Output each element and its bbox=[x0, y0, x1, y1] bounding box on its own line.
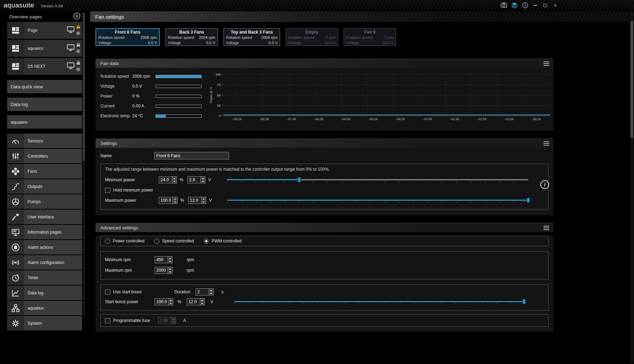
sidebar-item-system[interactable]: System bbox=[7, 316, 82, 330]
slider-thumb[interactable] bbox=[297, 177, 301, 182]
sidebar-scrollbar-thumb[interactable] bbox=[83, 13, 85, 161]
radio-speed-controlled[interactable]: Speed controlled bbox=[154, 239, 194, 244]
screenshot-camera-icon[interactable] bbox=[500, 1, 508, 10]
sidebar-section-data-log[interactable]: Data log bbox=[7, 98, 82, 111]
spinner-arrows[interactable] bbox=[200, 299, 204, 305]
sidebar-item-alarm-configuration[interactable]: Alarm configuration bbox=[7, 255, 82, 270]
main-scrollbar-thumb[interactable] bbox=[630, 21, 633, 138]
radio-label[interactable]: Power controlled bbox=[113, 239, 144, 243]
sidebar-page-aquaero[interactable]: aquaero bbox=[7, 40, 82, 57]
sidebar-item-aquabus[interactable]: aquabus bbox=[7, 301, 82, 315]
panel-title: Fan data bbox=[100, 61, 118, 66]
start-boost-power-spinner[interactable]: 100.0 bbox=[155, 298, 173, 305]
spinner-arrows[interactable] bbox=[201, 197, 206, 204]
start-boost-slider[interactable] bbox=[234, 298, 524, 305]
page-gear-icon[interactable] bbox=[76, 67, 81, 73]
sidebar-item-pumps[interactable]: Pumps bbox=[7, 194, 82, 209]
monitor-icon[interactable] bbox=[66, 44, 75, 53]
fan-card-empty[interactable]: Empty Rotation speed0 rpm Voltage12.0 V bbox=[286, 28, 338, 46]
advanced-settings-panel-header: Advanced settings bbox=[95, 223, 553, 232]
fan-card-front-6-fans[interactable]: Front 6 Fans Rotation speed2008 rpm Volt… bbox=[95, 28, 160, 46]
layers-icon[interactable] bbox=[510, 1, 519, 10]
maximize-button[interactable] bbox=[541, 1, 549, 9]
spinner-arrows[interactable] bbox=[168, 299, 173, 305]
spinner-arrows[interactable] bbox=[209, 289, 213, 295]
sidebar-section-aquaero[interactable]: aquaero bbox=[7, 115, 82, 129]
minimum-rpm-row: Minimum rpm 450 rpm bbox=[105, 254, 544, 265]
sidebar-item-user-interface[interactable]: User interface bbox=[7, 210, 82, 224]
radio-label[interactable]: Speed controlled bbox=[162, 239, 194, 243]
fan-card-back-3-fans[interactable]: Back 3 Fans Rotation speed2024 rpm Volta… bbox=[165, 28, 218, 46]
fan-name-input[interactable] bbox=[154, 152, 229, 159]
main-scrollbar[interactable] bbox=[630, 12, 633, 363]
sidebar-item-data-log[interactable]: Data log bbox=[7, 286, 82, 300]
sidebar-item-alarm-actions[interactable]: Alarm actions bbox=[7, 240, 82, 254]
monitor-icon[interactable] bbox=[66, 62, 75, 71]
radio-circle-icon[interactable] bbox=[105, 239, 110, 244]
fan-card-fan-9[interactable]: Fan 9 Rotation speed0 rpm Voltage12.0 V bbox=[344, 28, 396, 46]
info-button[interactable]: i bbox=[540, 180, 549, 189]
maximum-power-volts-spinner[interactable]: 12.0 bbox=[188, 197, 206, 204]
radio-power-controlled[interactable]: Power controlled bbox=[105, 239, 144, 244]
settings-body: Name The adjusted range between minimum … bbox=[95, 148, 553, 215]
sidebar-page-page[interactable]: Page bbox=[7, 22, 82, 39]
maximum-power-slider[interactable] bbox=[227, 197, 528, 204]
use-start-boost-checkbox[interactable] bbox=[105, 289, 110, 295]
start-boost-voltage-spinner[interactable]: 12.0 bbox=[187, 298, 205, 305]
sidebar-item-outputs[interactable]: Outputs bbox=[7, 179, 82, 194]
programmable-fuse-label[interactable]: Programmable fuse bbox=[113, 318, 150, 323]
minimum-power-slider[interactable] bbox=[227, 176, 528, 183]
sidebar-item-timer[interactable]: Timer bbox=[7, 270, 82, 285]
panel-menu-icon[interactable] bbox=[543, 61, 549, 66]
fan-card-row-label: Rotation speed bbox=[346, 35, 372, 40]
minimum-power-volts-spinner[interactable]: 2.9 bbox=[187, 176, 205, 183]
sidebar-page-d5next[interactable]: D5 NEXT bbox=[7, 58, 82, 75]
programmable-fuse-checkbox[interactable] bbox=[105, 318, 110, 323]
add-page-button[interactable] bbox=[73, 12, 81, 21]
radio-circle-icon[interactable] bbox=[204, 239, 209, 244]
page-gear-icon[interactable] bbox=[76, 49, 81, 55]
maximum-rpm-spinner[interactable]: 2000 bbox=[155, 267, 173, 274]
fan-data-stats: Rotation speed 2008 rpm Voltage 0.0 V Po… bbox=[100, 71, 207, 128]
spinner-arrows[interactable] bbox=[168, 267, 172, 274]
slider-thumb[interactable] bbox=[527, 198, 530, 203]
monitor-icon[interactable] bbox=[66, 26, 75, 35]
lock-icon[interactable] bbox=[76, 42, 81, 48]
sidebar-item-controllers[interactable]: Controllers bbox=[7, 149, 82, 163]
lock-icon[interactable] bbox=[76, 60, 81, 66]
radio-pwm-controlled[interactable]: PWM controlled bbox=[204, 239, 242, 244]
spinner-arrows[interactable] bbox=[200, 177, 205, 183]
page-gear-icon[interactable] bbox=[76, 31, 81, 37]
fan-card-top-and-back-3-fans[interactable]: Top and Back 3 Fans Rotation speed2004 r… bbox=[223, 28, 280, 46]
slider-thumb[interactable] bbox=[523, 299, 526, 304]
sidebar-item-fans[interactable]: Fans bbox=[7, 164, 82, 178]
minimum-power-percent-spinner[interactable]: 24.0 bbox=[159, 176, 177, 183]
maximum-power-percent-spinner[interactable]: 100.0 bbox=[159, 197, 178, 204]
info-icon[interactable] bbox=[521, 1, 529, 10]
sidebar-item-information-pages[interactable]: Information pages bbox=[7, 225, 82, 239]
use-start-boost-label[interactable]: Use start boost bbox=[113, 289, 142, 294]
sidebar-item-sensors[interactable]: Sensors bbox=[7, 134, 82, 148]
spinner-arrows[interactable] bbox=[173, 197, 177, 204]
hold-minimum-power-checkbox[interactable] bbox=[105, 188, 110, 193]
hold-minimum-power-label[interactable]: Hold minimum power bbox=[113, 188, 153, 193]
spinner-arrows[interactable] bbox=[172, 177, 176, 183]
unlock-icon[interactable] bbox=[76, 24, 81, 30]
duration-spinner[interactable]: 2 bbox=[196, 288, 214, 295]
radio-label[interactable]: PWM controlled bbox=[211, 239, 242, 243]
fuse-current-spinner[interactable]: 1.00 bbox=[158, 317, 176, 324]
minimum-rpm-spinner[interactable]: 450 bbox=[155, 256, 173, 263]
close-button[interactable]: × bbox=[551, 1, 559, 9]
minimize-button[interactable] bbox=[531, 1, 539, 9]
tool-label: aquabus bbox=[24, 301, 82, 315]
programmable-fuse-group: Programmable fuse 1.00 A bbox=[100, 314, 548, 327]
radio-circle-icon[interactable] bbox=[154, 239, 159, 244]
sidebar-section-data-quick-view[interactable]: Data quick view bbox=[7, 80, 82, 93]
spinner-arrows[interactable] bbox=[168, 257, 172, 263]
sidebar-scrollbar[interactable] bbox=[83, 13, 85, 317]
percent-unit: % bbox=[180, 198, 185, 203]
panel-menu-icon[interactable] bbox=[543, 226, 549, 230]
panel-menu-icon[interactable] bbox=[543, 141, 549, 146]
spinner-arrows[interactable] bbox=[171, 317, 176, 324]
left-edge-dots bbox=[2, 31, 3, 40]
